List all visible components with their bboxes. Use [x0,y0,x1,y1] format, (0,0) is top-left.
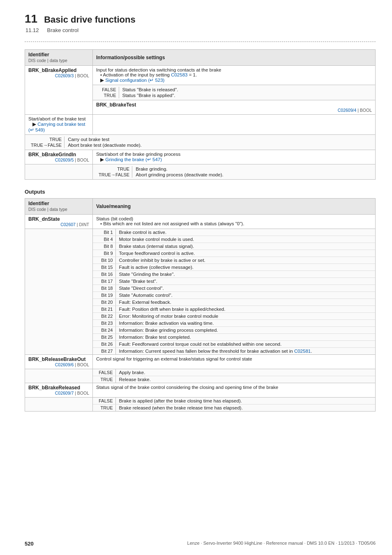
id-sub: C02607 | DINT [28,222,89,227]
identifier-placeholder [25,369,93,383]
id-main: BRK_bReleaseBrakeOut [28,356,85,362]
section-divider [25,42,376,42]
id-sub: C02609/3 | BOOL [28,73,89,78]
list-item: FALSE Brake is applied (after the brake … [93,398,375,405]
page-footer: 520 Lenze · Servo-Inverter 9400 HighLine… [0,541,392,547]
value-meaning-cell: TRUE Carry out brake test TRUE→FALSE Abo… [25,135,376,150]
list-item: Bit 24 Information: Brake grinding proce… [93,327,375,334]
id-main: BRK_bBrakeApplied [28,67,76,73]
table-row: BRK_bBrakeGrindIn C02609/5 | BOOL Start/… [25,150,376,164]
outputs-col2-header: Value/meaning [93,199,376,215]
bit-cell: Bit 26 [93,341,115,348]
bit-cell: Bit 19 [93,292,115,299]
value-meaning-cell: FALSE Brake is applied (after the brake … [93,398,376,412]
bit-cell: Bit 4 [93,236,115,243]
meaning-cell: Brake is applied (after the brake closin… [115,398,375,405]
list-item: Bit 27 Information: Current speed has fa… [93,348,375,355]
id-main: BRK_dnState [28,216,60,222]
value-cell: TRUE [96,92,119,98]
info-cell: Status (bit coded) • Bits which are not … [93,215,376,229]
list-item: FALSE Status "Brake is released". [96,87,372,92]
meaning-cell: Status "Brake is applied". [119,92,372,98]
c02581-link[interactable]: C02581 [294,349,311,354]
table-row: BRK_bReleaseBrakeOut C02609/6 | BOOL Con… [25,355,376,369]
bit-cell: Bit 21 [93,306,115,313]
list-item: Bit 21 Fault: Position drift when brake … [93,306,375,313]
value-cell: FALSE [96,87,119,92]
bit-cell: Bit 18 [93,285,115,292]
list-item: Bit 25 Information: Brake test completed… [93,334,375,341]
chapter-header: 11 Basic drive functions [25,12,376,25]
value-cell: TRUE [93,376,115,383]
grinding-link[interactable]: Grinding the brake (↵ 547) [105,157,162,162]
id-link[interactable]: C02609/4 [338,108,357,113]
sub-table: FALSE Brake is applied (after the brake … [93,398,375,411]
list-item: TRUE Brake grinding. [96,166,372,172]
publisher-info: Lenze · Servo-Inverter 9400 HighLine · R… [187,541,376,547]
table-row: BRK_dnState C02607 | DINT Status (bit co… [25,215,376,229]
inputs-table: Identifier DIS code | data type Informat… [25,49,376,180]
list-item: TRUE→FALSE Abort grinding process (deact… [96,172,372,178]
meaning-cell: Fault: External feedback. [115,299,375,306]
table-row: BRK_bBrakeReleased C02609/7 | BOOL Statu… [25,383,376,398]
identifier-cell: BRK_bReleaseBrakeOut C02609/6 | BOOL [25,355,93,369]
bit-cell: Bit 23 [93,320,115,327]
table-row: FALSE Apply brake. TRUE Release brake. [25,369,376,383]
sub-table: TRUE Carry out brake test TRUE→FALSE Abo… [28,136,372,148]
value-meaning-cell: TRUE Brake grinding. TRUE→FALSE Abort gr… [93,164,376,180]
list-item: Bit 16 State "Grinding the brake". [93,271,375,278]
bit-cell: Bit 16 [93,271,115,278]
meaning-cell: Abort brake test (deactivate mode). [65,142,372,148]
id-sub: C02609/4 | BOOL [96,108,372,113]
identifier-cell: BRK_dnState C02607 | DINT [25,215,93,229]
list-item: TRUE Brake released (when the brake rele… [93,405,375,412]
list-item: Bit 9 Torque feedforward control is acti… [93,250,375,257]
list-item: Bit 15 Fault is active (collective messa… [93,264,375,271]
bit-cell: Bit 1 [93,229,115,236]
id-link[interactable]: C02609/3 [55,73,74,78]
id-link[interactable]: C02607 [60,222,76,227]
value-cell: TRUE [93,405,115,412]
sub-table: FALSE Apply brake. TRUE Release brake. [93,369,375,383]
meaning-cell: Fault is active (collective message). [115,264,375,271]
page-number: 520 [25,541,34,547]
section-title: Brake control [47,27,79,34]
meaning-cell: State "Direct control". [115,285,375,292]
bit-cell: Bit 17 [93,278,115,285]
section-number: 11.12 [25,27,39,33]
list-item: Bit 22 Error: Monitoring of motor brake … [93,313,375,320]
meaning-cell: Motor brake control module is used. [115,236,375,243]
meaning-cell: Fault: Position drift when brake is appl… [115,306,375,313]
list-item: Bit 23 Information: Brake activation via… [93,320,375,327]
id-link[interactable]: C02609/6 [55,362,74,367]
bit-cell: Bit 10 [93,257,115,264]
id-link[interactable]: C02609/7 [55,391,74,395]
list-item: Bit 18 State "Direct control". [93,285,375,292]
table-row: TRUE Carry out brake test TRUE→FALSE Abo… [25,135,376,150]
identifier-cell: BRK_bBrakeReleased C02609/7 | BOOL [25,383,93,398]
brake-test-link[interactable]: Carrying out brake test (↵ 549) [28,122,85,132]
signal-config-link[interactable]: Signal configuration (↵ 523) [105,78,164,83]
table-row: Bit 1 Brake control is active. Bit 4 Mot… [25,229,376,355]
list-item: TRUE→FALSE Abort brake test (deactivate … [28,142,372,148]
meaning-cell: Status "Brake is released". [119,87,372,92]
list-item: Bit 4 Motor brake control module is used… [93,236,375,243]
chapter-title: Basic drive functions [44,14,136,25]
list-item: Bit 19 State "Automatic control". [93,292,375,299]
id-main: BRK_bBrakeReleased [28,385,80,391]
table-row: FALSE Brake is applied (after the brake … [25,398,376,412]
info-cell: Start/abort of the brake grinding proces… [93,150,376,164]
meaning-cell: Brake status (internal status signal). [115,243,375,250]
info-cell: Start/abort of the brake test ▶ Carrying… [25,115,93,135]
chapter-number: 11 [25,12,37,25]
c02583-link[interactable]: C02583 [171,72,187,77]
bit-rows-cell: Bit 1 Brake control is active. Bit 4 Mot… [93,229,376,355]
list-item: Bit 20 Fault: External feedback. [93,299,375,306]
value-cell: TRUE [28,136,65,142]
id-link[interactable]: C02609/5 [55,157,74,162]
identifier-cell: BRK_bBrakeGrindIn C02609/5 | BOOL [25,150,93,164]
list-item: Bit 26 Fault: Feedforward control torque… [93,341,375,348]
id-sub: C02609/5 | BOOL [28,157,89,162]
meaning-cell: Torque feedforward control is active. [115,250,375,257]
meaning-cell: Information: Brake test completed. [115,334,375,341]
